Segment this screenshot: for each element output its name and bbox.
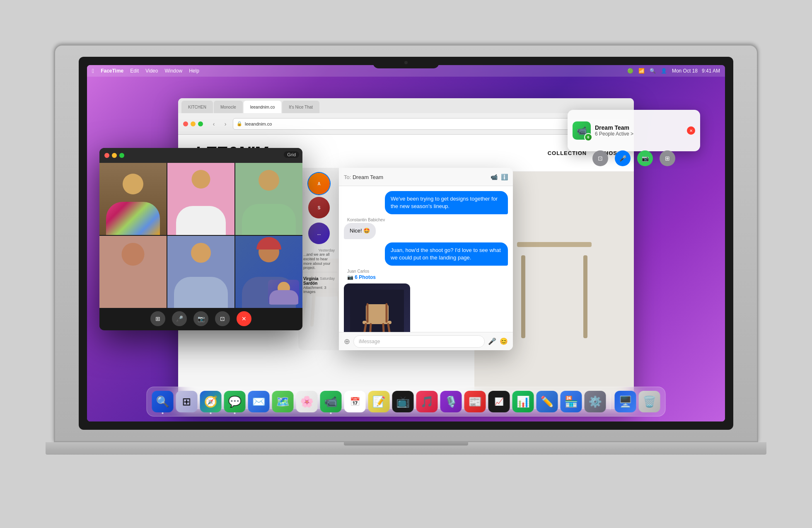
facetime-participant-2 <box>167 163 234 235</box>
menu-video[interactable]: Video <box>145 68 158 74</box>
apple-logo[interactable]:  <box>92 68 94 74</box>
safari-tab-bar: KITCHEN Monocle leeandnim.co It's Nice T… <box>178 98 634 113</box>
dock-mail[interactable]: ✉️ <box>248 391 270 412</box>
messages-add-icon[interactable]: ⊕ <box>344 337 350 346</box>
dock-calendar[interactable]: 📅 <box>344 391 366 412</box>
search-icon[interactable]: 🔍 <box>650 68 656 74</box>
notif-share-btn[interactable]: ⊞ <box>660 150 675 166</box>
photos-icon: 🌸 <box>300 395 314 408</box>
msg-sent-1: We've been trying to get designs togethe… <box>344 191 508 214</box>
dock-screensaver[interactable]: 🖥️ <box>615 391 636 412</box>
menu-help[interactable]: Help <box>189 68 199 74</box>
dock-safari[interactable]: 🧭 <box>200 391 222 412</box>
dock-notes[interactable]: 📝 <box>368 391 390 412</box>
msg-bubble-received-1: Nice! 🤩 <box>344 223 376 239</box>
safari-tab-kitchen[interactable]: KITCHEN <box>181 101 213 113</box>
numbers-icon: 📊 <box>517 395 530 408</box>
safari-icon: 🧭 <box>204 395 218 408</box>
msg-received-2: Juan Carlos 📷 6 Photos <box>344 269 508 332</box>
chair-image-svg <box>350 290 404 332</box>
forward-button[interactable]: › <box>221 120 230 128</box>
notification-controls: ⊡ 🎤 📷 ⊞ <box>568 147 700 170</box>
maximize-button[interactable] <box>198 121 203 126</box>
menubar-right: 🟢 📶 🔍 👤 Mon Oct 18 9:41 AM <box>627 68 720 74</box>
notification-app-icon: 📹 6 <box>573 121 591 140</box>
dock-stocks[interactable]: 📈 <box>488 391 510 412</box>
ft-minimize-btn[interactable] <box>112 153 117 158</box>
dock-appletv[interactable]: 📺 <box>392 391 414 412</box>
menu-edit[interactable]: Edit <box>130 68 139 74</box>
macbook:  FaceTime Edit Video Window Help 🟢 📶 🔍 … <box>54 44 758 484</box>
camera-dot <box>404 61 408 64</box>
messages-sidebar: A S ... Yesterday ...and we are all exci… <box>298 168 340 350</box>
notif-mute-btn[interactable]: 🎤 <box>615 150 631 166</box>
facetime-participant-6 <box>235 236 302 308</box>
safari-tab-active[interactable]: leeandnim.co <box>244 101 281 113</box>
facetime-end-btn[interactable]: ✕ <box>237 311 251 326</box>
dock-appstore[interactable]: 🏪 <box>561 391 582 412</box>
notif-screen-btn[interactable]: ⊡ <box>592 150 608 166</box>
dock-trash[interactable]: 🗑️ <box>639 391 660 412</box>
input-placeholder: iMessage <box>359 339 380 344</box>
notif-video-btn[interactable]: 📷 <box>637 150 653 166</box>
close-button[interactable] <box>183 121 188 126</box>
ft-close-btn[interactable] <box>104 153 109 158</box>
notification-close[interactable]: ✕ <box>687 126 695 135</box>
messages-input[interactable]: iMessage <box>353 335 485 348</box>
dock-news[interactable]: 📰 <box>464 391 486 412</box>
url-text: leeandnim.co <box>245 121 272 126</box>
conv-item-1[interactable]: Yesterday ...and we are all excited to h… <box>301 247 337 272</box>
dock-podcasts[interactable]: 🎙️ <box>440 391 462 412</box>
msg-received-1: Konstantin Babichev Nice! 🤩 <box>344 218 508 239</box>
dock-systemprefs[interactable]: ⚙️ <box>585 391 606 412</box>
dock-finder[interactable]: 🔍 <box>152 391 174 412</box>
dock-keynote[interactable]: ✏️ <box>536 391 558 412</box>
menu-facetime[interactable]: FaceTime <box>101 68 123 74</box>
wifi-icon: 📶 <box>638 68 645 74</box>
msg-sender-1: Konstantin Babichev <box>347 218 385 222</box>
screen:  FaceTime Edit Video Window Help 🟢 📶 🔍 … <box>87 65 725 421</box>
facetime-mute-btn[interactable]: 🎤 <box>172 311 187 326</box>
dock-photos[interactable]: 🌸 <box>296 391 318 412</box>
ft-maximize-btn[interactable] <box>119 153 124 158</box>
dock-messages[interactable]: 💬 <box>224 391 246 412</box>
conv-avatar-sansa[interactable]: S <box>308 197 330 218</box>
safari-tab-nicehat[interactable]: It's Nice That <box>282 101 319 113</box>
dock-music[interactable]: 🎵 <box>416 391 438 412</box>
screen-bezel:  FaceTime Edit Video Window Help 🟢 📶 🔍 … <box>79 57 733 430</box>
dock-maps[interactable]: 🗺️ <box>272 391 294 412</box>
facetime-camera-btn[interactable]: 📷 <box>193 311 208 326</box>
dock-launchpad[interactable]: ⊞ <box>176 391 198 412</box>
back-button[interactable]: ‹ <box>210 120 218 128</box>
messages-titlebar: To: Dream Team 📹 ℹ️ <box>339 168 513 186</box>
camera-notch <box>373 57 439 68</box>
messages-window: To: Dream Team 📹 ℹ️ We've been trying to… <box>339 168 513 350</box>
emoji-icon[interactable]: 😊 <box>500 337 508 345</box>
conv-avatar-adam[interactable]: A <box>308 173 330 194</box>
photos-label[interactable]: 📷 6 Photos <box>347 274 376 280</box>
messages-to-container: To: Dream Team <box>344 173 383 181</box>
notification-actions: ✕ <box>687 126 695 135</box>
notes-icon: 📝 <box>372 395 386 408</box>
audio-icon[interactable]: 🎤 <box>488 337 496 345</box>
facetime-status-icon: 🟢 <box>627 68 633 74</box>
video-icon[interactable]: 📹 <box>491 174 498 180</box>
dock-facetime[interactable]: 📹 <box>320 391 342 412</box>
dock-numbers[interactable]: 📊 <box>512 391 534 412</box>
facetime-grid-btn[interactable]: ⊞ <box>150 311 165 326</box>
messages-content: We've been trying to get designs togethe… <box>339 186 513 332</box>
safari-tab-monocle[interactable]: Monocle <box>214 101 243 113</box>
finder-icon: 🔍 <box>156 395 169 408</box>
facetime-traffic-lights <box>104 153 124 158</box>
notification-subtitle[interactable]: 6 People Active > <box>595 131 683 137</box>
minimize-button[interactable] <box>191 121 196 126</box>
conv-avatar-more[interactable]: ... <box>308 223 330 244</box>
notification-content: Dream Team 6 People Active > <box>595 124 683 137</box>
launchpad-icon: ⊞ <box>182 395 191 408</box>
facetime-share-btn[interactable]: ⊡ <box>215 311 230 326</box>
calendar-icon: 📅 <box>350 397 360 407</box>
info-icon[interactable]: ℹ️ <box>501 174 508 180</box>
conv-item-virginia[interactable]: Virginia Sardón Saturday Attachment: 3 I… <box>301 275 337 295</box>
menu-window[interactable]: Window <box>164 68 182 74</box>
appstore-icon: 🏪 <box>565 395 578 408</box>
